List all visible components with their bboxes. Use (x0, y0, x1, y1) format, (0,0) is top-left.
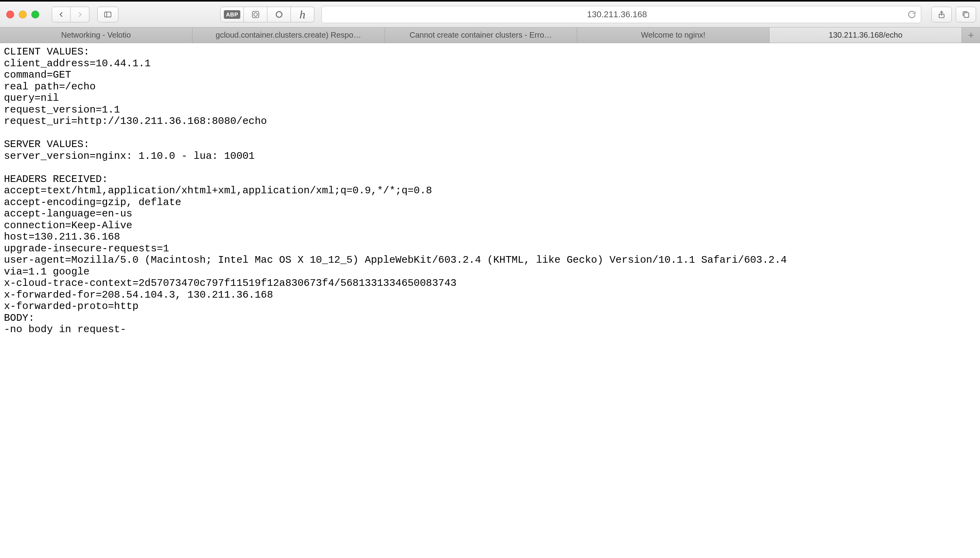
extensions-group: ABP h (220, 7, 314, 22)
x-forwarded-proto-line: x-forwarded-proto=http (4, 300, 138, 312)
tab-overview-icon (962, 10, 970, 19)
zoom-window-button[interactable] (31, 11, 39, 18)
command-line: command=GET (4, 69, 71, 81)
minimize-window-button[interactable] (19, 11, 27, 18)
aperture-icon (251, 10, 260, 19)
address-bar[interactable]: 130.211.36.168 (321, 6, 921, 23)
back-button[interactable] (52, 7, 71, 22)
x-forwarded-for-line: x-forwarded-for=208.54.104.3, 130.211.36… (4, 289, 273, 301)
user-agent-line: user-agent=Mozilla/5.0 (Macintosh; Intel… (4, 254, 787, 266)
extension-button-2[interactable] (244, 7, 267, 22)
body-heading: BODY: (4, 312, 34, 324)
circle-notch-icon (275, 10, 283, 19)
nav-button-group (52, 7, 89, 22)
svg-rect-6 (964, 13, 969, 17)
address-url: 130.211.36.168 (327, 9, 907, 20)
connection-line: connection=Keep-Alive (4, 220, 132, 231)
page-body: CLIENT VALUES: client_address=10.44.1.1 … (0, 43, 980, 339)
tab-label: Networking - Velotio (61, 31, 131, 40)
tab-bar: Networking - Velotio gcloud.container.cl… (0, 27, 980, 43)
x-cloud-trace-context-line: x-cloud-trace-context=2d57073470c797f115… (4, 277, 457, 289)
accept-language-line: accept-language=en-us (4, 208, 132, 220)
client-address-line: client_address=10.44.1.1 (4, 58, 151, 69)
chevron-right-icon (76, 10, 84, 19)
sidebar-toggle-button[interactable] (97, 7, 118, 22)
tab-label: 130.211.36.168/echo (829, 31, 902, 40)
chevron-left-icon (57, 10, 65, 19)
honey-extension-button[interactable]: h (291, 7, 314, 22)
tab-label: gcloud.container.clusters.create) Respo… (216, 31, 361, 40)
window-controls (6, 11, 39, 18)
accept-encoding-line: accept-encoding=gzip, deflate (4, 196, 181, 208)
toolbar-right-group (931, 7, 976, 22)
svg-point-3 (254, 13, 257, 16)
svg-rect-2 (252, 11, 259, 18)
tab-label: Welcome to nginx! (641, 31, 705, 40)
headers-heading: HEADERS RECEIVED: (4, 173, 108, 185)
host-line: host=130.211.36.168 (4, 231, 120, 243)
client-values-heading: CLIENT VALUES: (4, 46, 89, 58)
tab-3[interactable]: Welcome to nginx! (577, 27, 769, 43)
abp-icon: ABP (224, 10, 240, 19)
extension-button-3[interactable] (267, 7, 291, 22)
tab-4[interactable]: 130.211.36.168/echo (769, 27, 962, 43)
body-line: -no body in request- (4, 324, 126, 335)
request-uri-line: request_uri=http://130.211.36.168:8080/e… (4, 115, 267, 127)
new-tab-button[interactable]: + (962, 27, 980, 43)
svg-point-4 (276, 11, 282, 17)
close-window-button[interactable] (6, 11, 14, 18)
via-line: via=1.1 google (4, 266, 89, 278)
plus-icon: + (968, 29, 974, 41)
request-version-line: request_version=1.1 (4, 104, 120, 116)
tab-label: Cannot create container clusters - Erro… (410, 31, 552, 40)
reload-icon[interactable] (907, 10, 916, 19)
accept-line: accept=text/html,application/xhtml+xml,a… (4, 185, 432, 196)
honey-icon: h (299, 8, 305, 21)
forward-button[interactable] (71, 7, 89, 22)
tab-2[interactable]: Cannot create container clusters - Erro… (385, 27, 577, 43)
query-line: query=nil (4, 92, 59, 104)
adblock-extension-button[interactable]: ABP (220, 7, 244, 22)
server-values-heading: SERVER VALUES: (4, 138, 89, 150)
svg-rect-0 (105, 12, 111, 17)
tab-1[interactable]: gcloud.container.clusters.create) Respo… (192, 27, 385, 43)
tab-0[interactable]: Networking - Velotio (0, 27, 192, 43)
sidebar-icon (103, 10, 112, 19)
real-path-line: real path=/echo (4, 81, 96, 93)
share-button[interactable] (931, 7, 952, 22)
server-version-line: server_version=nginx: 1.10.0 - lua: 1000… (4, 150, 255, 162)
browser-toolbar: ABP h 130.211.36.168 (0, 2, 980, 27)
show-tabs-button[interactable] (956, 7, 976, 22)
share-icon (937, 10, 946, 19)
upgrade-insecure-requests-line: upgrade-insecure-requests=1 (4, 243, 169, 254)
